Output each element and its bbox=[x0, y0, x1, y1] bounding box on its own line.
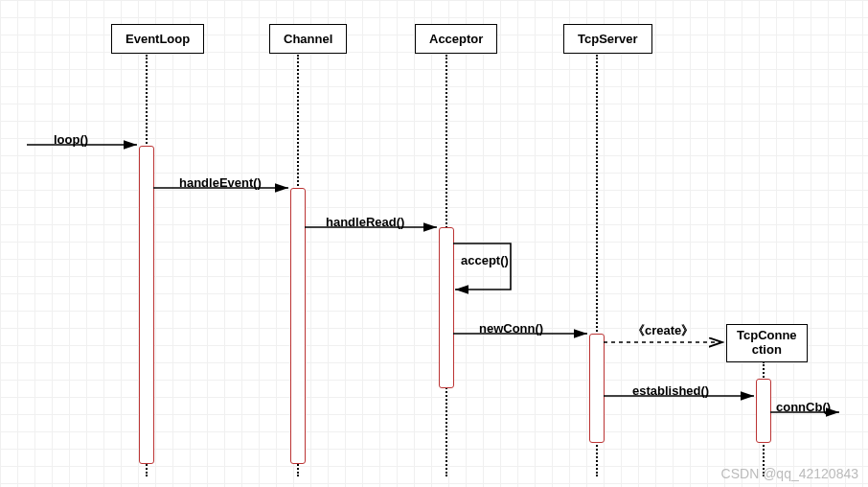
msg-loop: loop() bbox=[54, 132, 88, 147]
arrows-layer bbox=[0, 0, 868, 487]
lifeline-head-tcpconn: TcpConne ction bbox=[726, 324, 808, 362]
activation-eventloop bbox=[139, 146, 154, 464]
msg-handleRead: handleRead() bbox=[326, 215, 404, 229]
msg-established: established() bbox=[632, 383, 709, 398]
activation-channel bbox=[290, 188, 306, 464]
sequence-diagram: EventLoop Channel Acceptor TcpServer Tcp… bbox=[0, 0, 868, 487]
msg-newConn: newConn() bbox=[479, 321, 543, 336]
watermark: CSDN @qq_42120843 bbox=[721, 466, 858, 481]
msg-connCb: connCb() bbox=[776, 400, 831, 414]
msg-handleEvent: handleEvent() bbox=[179, 175, 262, 190]
activation-acceptor bbox=[439, 227, 454, 388]
activation-tcpserver bbox=[589, 334, 605, 443]
lifeline-head-eventloop: EventLoop bbox=[111, 24, 204, 54]
lifeline-head-tcpserver: TcpServer bbox=[563, 24, 652, 54]
msg-accept: accept() bbox=[461, 253, 509, 267]
msg-create: 《create》 bbox=[632, 322, 694, 339]
activation-tcpconn bbox=[756, 379, 771, 443]
lifeline-head-acceptor: Acceptor bbox=[415, 24, 497, 54]
lifeline-head-channel: Channel bbox=[269, 24, 347, 54]
